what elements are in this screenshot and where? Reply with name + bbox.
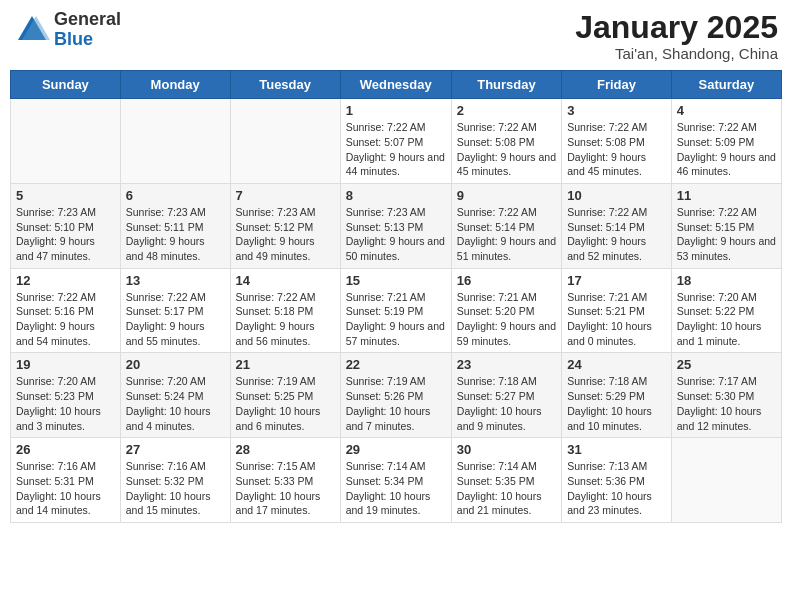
calendar-cell bbox=[671, 438, 781, 523]
day-number: 26 bbox=[16, 442, 115, 457]
day-header-sunday: Sunday bbox=[11, 71, 121, 99]
month-title: January 2025 bbox=[575, 10, 778, 45]
calendar-cell: 25Sunrise: 7:17 AM Sunset: 5:30 PM Dayli… bbox=[671, 353, 781, 438]
day-number: 12 bbox=[16, 273, 115, 288]
day-number: 3 bbox=[567, 103, 666, 118]
day-info: Sunrise: 7:19 AM Sunset: 5:25 PM Dayligh… bbox=[236, 374, 335, 433]
day-number: 15 bbox=[346, 273, 446, 288]
day-info: Sunrise: 7:15 AM Sunset: 5:33 PM Dayligh… bbox=[236, 459, 335, 518]
day-number: 10 bbox=[567, 188, 666, 203]
calendar-cell: 28Sunrise: 7:15 AM Sunset: 5:33 PM Dayli… bbox=[230, 438, 340, 523]
calendar-cell bbox=[11, 99, 121, 184]
day-number: 1 bbox=[346, 103, 446, 118]
calendar-cell: 20Sunrise: 7:20 AM Sunset: 5:24 PM Dayli… bbox=[120, 353, 230, 438]
calendar-cell: 14Sunrise: 7:22 AM Sunset: 5:18 PM Dayli… bbox=[230, 268, 340, 353]
calendar-week-row: 26Sunrise: 7:16 AM Sunset: 5:31 PM Dayli… bbox=[11, 438, 782, 523]
calendar-cell: 6Sunrise: 7:23 AM Sunset: 5:11 PM Daylig… bbox=[120, 183, 230, 268]
day-number: 14 bbox=[236, 273, 335, 288]
day-number: 28 bbox=[236, 442, 335, 457]
day-number: 13 bbox=[126, 273, 225, 288]
calendar-cell: 8Sunrise: 7:23 AM Sunset: 5:13 PM Daylig… bbox=[340, 183, 451, 268]
day-info: Sunrise: 7:14 AM Sunset: 5:34 PM Dayligh… bbox=[346, 459, 446, 518]
day-info: Sunrise: 7:21 AM Sunset: 5:19 PM Dayligh… bbox=[346, 290, 446, 349]
day-info: Sunrise: 7:17 AM Sunset: 5:30 PM Dayligh… bbox=[677, 374, 776, 433]
calendar-cell: 29Sunrise: 7:14 AM Sunset: 5:34 PM Dayli… bbox=[340, 438, 451, 523]
day-info: Sunrise: 7:13 AM Sunset: 5:36 PM Dayligh… bbox=[567, 459, 666, 518]
calendar-cell: 9Sunrise: 7:22 AM Sunset: 5:14 PM Daylig… bbox=[451, 183, 561, 268]
day-info: Sunrise: 7:19 AM Sunset: 5:26 PM Dayligh… bbox=[346, 374, 446, 433]
day-number: 5 bbox=[16, 188, 115, 203]
calendar-cell bbox=[120, 99, 230, 184]
day-info: Sunrise: 7:22 AM Sunset: 5:09 PM Dayligh… bbox=[677, 120, 776, 179]
calendar-cell: 10Sunrise: 7:22 AM Sunset: 5:14 PM Dayli… bbox=[562, 183, 672, 268]
day-number: 24 bbox=[567, 357, 666, 372]
day-info: Sunrise: 7:16 AM Sunset: 5:31 PM Dayligh… bbox=[16, 459, 115, 518]
calendar-cell: 13Sunrise: 7:22 AM Sunset: 5:17 PM Dayli… bbox=[120, 268, 230, 353]
calendar-cell: 19Sunrise: 7:20 AM Sunset: 5:23 PM Dayli… bbox=[11, 353, 121, 438]
logo-icon bbox=[14, 12, 50, 48]
logo-blue: Blue bbox=[54, 30, 121, 50]
day-number: 25 bbox=[677, 357, 776, 372]
day-info: Sunrise: 7:23 AM Sunset: 5:11 PM Dayligh… bbox=[126, 205, 225, 264]
calendar-week-row: 19Sunrise: 7:20 AM Sunset: 5:23 PM Dayli… bbox=[11, 353, 782, 438]
day-info: Sunrise: 7:20 AM Sunset: 5:24 PM Dayligh… bbox=[126, 374, 225, 433]
day-info: Sunrise: 7:23 AM Sunset: 5:10 PM Dayligh… bbox=[16, 205, 115, 264]
day-info: Sunrise: 7:23 AM Sunset: 5:12 PM Dayligh… bbox=[236, 205, 335, 264]
day-info: Sunrise: 7:21 AM Sunset: 5:21 PM Dayligh… bbox=[567, 290, 666, 349]
calendar-table: SundayMondayTuesdayWednesdayThursdayFrid… bbox=[10, 70, 782, 523]
page-header: General Blue January 2025 Tai'an, Shando… bbox=[10, 10, 782, 62]
day-info: Sunrise: 7:23 AM Sunset: 5:13 PM Dayligh… bbox=[346, 205, 446, 264]
calendar-header-row: SundayMondayTuesdayWednesdayThursdayFrid… bbox=[11, 71, 782, 99]
calendar-week-row: 5Sunrise: 7:23 AM Sunset: 5:10 PM Daylig… bbox=[11, 183, 782, 268]
calendar-week-row: 1Sunrise: 7:22 AM Sunset: 5:07 PM Daylig… bbox=[11, 99, 782, 184]
day-number: 8 bbox=[346, 188, 446, 203]
calendar-cell: 24Sunrise: 7:18 AM Sunset: 5:29 PM Dayli… bbox=[562, 353, 672, 438]
day-info: Sunrise: 7:21 AM Sunset: 5:20 PM Dayligh… bbox=[457, 290, 556, 349]
calendar-cell: 3Sunrise: 7:22 AM Sunset: 5:08 PM Daylig… bbox=[562, 99, 672, 184]
calendar-cell: 16Sunrise: 7:21 AM Sunset: 5:20 PM Dayli… bbox=[451, 268, 561, 353]
day-number: 18 bbox=[677, 273, 776, 288]
calendar-cell: 4Sunrise: 7:22 AM Sunset: 5:09 PM Daylig… bbox=[671, 99, 781, 184]
day-header-monday: Monday bbox=[120, 71, 230, 99]
day-number: 27 bbox=[126, 442, 225, 457]
calendar-cell: 2Sunrise: 7:22 AM Sunset: 5:08 PM Daylig… bbox=[451, 99, 561, 184]
day-info: Sunrise: 7:14 AM Sunset: 5:35 PM Dayligh… bbox=[457, 459, 556, 518]
day-number: 23 bbox=[457, 357, 556, 372]
day-number: 11 bbox=[677, 188, 776, 203]
day-info: Sunrise: 7:22 AM Sunset: 5:07 PM Dayligh… bbox=[346, 120, 446, 179]
calendar-cell: 21Sunrise: 7:19 AM Sunset: 5:25 PM Dayli… bbox=[230, 353, 340, 438]
day-header-wednesday: Wednesday bbox=[340, 71, 451, 99]
day-info: Sunrise: 7:20 AM Sunset: 5:22 PM Dayligh… bbox=[677, 290, 776, 349]
day-number: 4 bbox=[677, 103, 776, 118]
calendar-cell: 11Sunrise: 7:22 AM Sunset: 5:15 PM Dayli… bbox=[671, 183, 781, 268]
day-number: 7 bbox=[236, 188, 335, 203]
calendar-cell: 26Sunrise: 7:16 AM Sunset: 5:31 PM Dayli… bbox=[11, 438, 121, 523]
day-info: Sunrise: 7:22 AM Sunset: 5:17 PM Dayligh… bbox=[126, 290, 225, 349]
calendar-cell: 30Sunrise: 7:14 AM Sunset: 5:35 PM Dayli… bbox=[451, 438, 561, 523]
calendar-cell: 17Sunrise: 7:21 AM Sunset: 5:21 PM Dayli… bbox=[562, 268, 672, 353]
logo: General Blue bbox=[14, 10, 121, 50]
day-header-thursday: Thursday bbox=[451, 71, 561, 99]
calendar-cell: 18Sunrise: 7:20 AM Sunset: 5:22 PM Dayli… bbox=[671, 268, 781, 353]
day-number: 20 bbox=[126, 357, 225, 372]
day-number: 9 bbox=[457, 188, 556, 203]
day-header-friday: Friday bbox=[562, 71, 672, 99]
day-info: Sunrise: 7:20 AM Sunset: 5:23 PM Dayligh… bbox=[16, 374, 115, 433]
calendar-cell: 15Sunrise: 7:21 AM Sunset: 5:19 PM Dayli… bbox=[340, 268, 451, 353]
day-info: Sunrise: 7:18 AM Sunset: 5:27 PM Dayligh… bbox=[457, 374, 556, 433]
day-info: Sunrise: 7:16 AM Sunset: 5:32 PM Dayligh… bbox=[126, 459, 225, 518]
day-info: Sunrise: 7:22 AM Sunset: 5:14 PM Dayligh… bbox=[567, 205, 666, 264]
location-subtitle: Tai'an, Shandong, China bbox=[575, 45, 778, 62]
day-number: 29 bbox=[346, 442, 446, 457]
day-info: Sunrise: 7:22 AM Sunset: 5:14 PM Dayligh… bbox=[457, 205, 556, 264]
day-info: Sunrise: 7:22 AM Sunset: 5:08 PM Dayligh… bbox=[567, 120, 666, 179]
day-header-saturday: Saturday bbox=[671, 71, 781, 99]
calendar-cell: 1Sunrise: 7:22 AM Sunset: 5:07 PM Daylig… bbox=[340, 99, 451, 184]
calendar-week-row: 12Sunrise: 7:22 AM Sunset: 5:16 PM Dayli… bbox=[11, 268, 782, 353]
calendar-cell: 23Sunrise: 7:18 AM Sunset: 5:27 PM Dayli… bbox=[451, 353, 561, 438]
day-number: 17 bbox=[567, 273, 666, 288]
calendar-cell: 27Sunrise: 7:16 AM Sunset: 5:32 PM Dayli… bbox=[120, 438, 230, 523]
day-number: 22 bbox=[346, 357, 446, 372]
title-area: January 2025 Tai'an, Shandong, China bbox=[575, 10, 778, 62]
day-number: 2 bbox=[457, 103, 556, 118]
